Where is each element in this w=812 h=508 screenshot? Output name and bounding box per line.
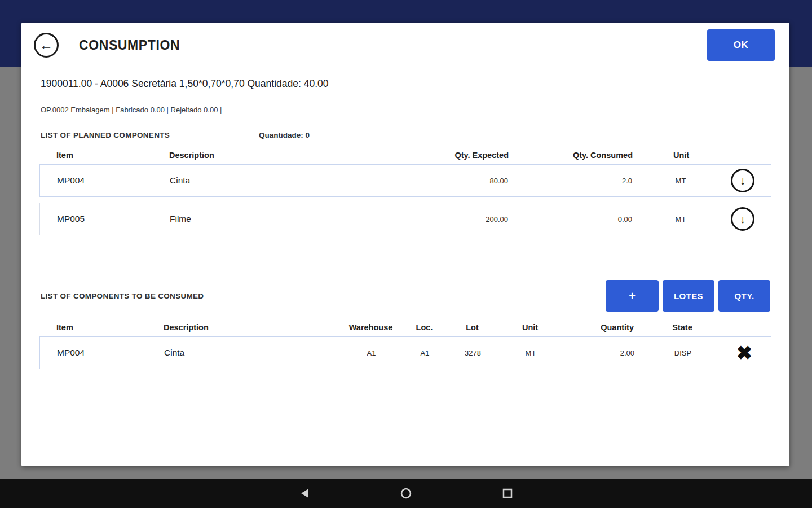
quantity-cell: 2.00 bbox=[562, 349, 649, 357]
planned-section-title: LIST OF PLANNED COMPONENTS bbox=[41, 131, 170, 139]
consume-table: Item Description Warehouse Loc. Lot Unit… bbox=[39, 318, 771, 369]
consume-component-button[interactable]: ↓ bbox=[731, 169, 754, 192]
column-header-item: Item bbox=[39, 151, 152, 160]
planned-table-header: Item Description Qty. Expected Qty. Cons… bbox=[39, 146, 771, 164]
column-header-unit: Unit bbox=[647, 151, 715, 160]
column-header-qty-consumed: Qty. Consumed bbox=[523, 151, 647, 160]
description-cell: Cinta bbox=[147, 348, 339, 358]
qty-expected-cell: 80.00 bbox=[416, 177, 523, 185]
column-header-unit: Unit bbox=[499, 323, 561, 332]
nav-home-icon[interactable] bbox=[398, 485, 414, 501]
column-header-warehouse: Warehouse bbox=[338, 323, 403, 332]
nav-recents-icon[interactable] bbox=[500, 485, 515, 501]
column-header-qty-expected: Qty. Expected bbox=[416, 151, 523, 160]
item-cell: MP004 bbox=[40, 348, 147, 358]
warehouse-cell: A1 bbox=[339, 349, 404, 357]
back-button[interactable]: ← bbox=[34, 33, 59, 58]
qty-consumed-cell: 2.0 bbox=[523, 177, 647, 185]
loc-cell: A1 bbox=[404, 349, 446, 357]
android-navigation-bar bbox=[0, 479, 812, 508]
ok-button[interactable]: OK bbox=[707, 29, 775, 61]
qty-expected-cell: 200.00 bbox=[416, 215, 523, 224]
consume-section-title: LIST OF COMPONENTS TO BE CONSUMED bbox=[41, 292, 204, 300]
column-header-state: State bbox=[648, 323, 716, 332]
consumption-dialog: ← CONSUMPTION OK 1900011.00 - A0006 Secr… bbox=[21, 23, 789, 466]
page-title: CONSUMPTION bbox=[79, 38, 707, 53]
unit-cell: MT bbox=[647, 177, 714, 185]
lotes-button[interactable]: LOTES bbox=[663, 280, 714, 312]
operation-summary: OP.0002 Embalagem | Fabricado 0.00 | Rej… bbox=[41, 106, 770, 114]
unit-cell: MT bbox=[647, 215, 714, 224]
state-cell: DISP bbox=[649, 349, 717, 357]
column-header-item: Item bbox=[39, 323, 147, 332]
remove-row-button[interactable]: ✖ bbox=[736, 343, 753, 362]
consume-component-button[interactable]: ↓ bbox=[731, 207, 754, 231]
column-header-quantity: Quantity bbox=[561, 323, 648, 332]
column-header-description: Description bbox=[147, 323, 338, 332]
consume-row[interactable]: MP004 Cinta A1 A1 3278 MT 2.00 DISP ✖ bbox=[39, 336, 771, 369]
order-summary: 1900011.00 - A0006 Secretária 1,50*0,70*… bbox=[41, 78, 770, 90]
qty-consumed-cell: 0.00 bbox=[523, 215, 647, 224]
description-cell: Filme bbox=[153, 214, 416, 224]
qty-button[interactable]: QTY. bbox=[718, 280, 770, 312]
column-header-lot: Lot bbox=[445, 323, 499, 332]
planned-section-header: LIST OF PLANNED COMPONENTS Quantidade: 0 bbox=[41, 131, 770, 139]
close-icon: ✖ bbox=[736, 342, 753, 364]
quantidade-label: Quantidade: 0 bbox=[259, 131, 310, 139]
dialog-header: ← CONSUMPTION OK bbox=[21, 23, 789, 68]
consume-section-header: LIST OF COMPONENTS TO BE CONSUMED + LOTE… bbox=[41, 280, 770, 312]
item-cell: MP005 bbox=[40, 214, 153, 224]
planned-table: Item Description Qty. Expected Qty. Cons… bbox=[39, 146, 771, 235]
consume-table-header: Item Description Warehouse Loc. Lot Unit… bbox=[39, 318, 771, 336]
column-header-description: Description bbox=[152, 151, 416, 160]
download-arrow-icon: ↓ bbox=[740, 213, 745, 226]
download-arrow-icon: ↓ bbox=[740, 174, 745, 187]
nav-back-icon[interactable] bbox=[297, 485, 312, 501]
lot-cell: 3278 bbox=[446, 349, 500, 357]
consume-actions: + LOTES QTY. bbox=[606, 280, 770, 312]
unit-cell: MT bbox=[500, 349, 562, 357]
planned-row[interactable]: MP004 Cinta 80.00 2.0 MT ↓ bbox=[39, 164, 771, 197]
planned-row[interactable]: MP005 Filme 200.00 0.00 MT ↓ bbox=[39, 203, 771, 235]
back-arrow-icon: ← bbox=[39, 37, 53, 53]
column-header-loc: Loc. bbox=[403, 323, 445, 332]
item-cell: MP004 bbox=[40, 176, 153, 186]
add-component-button[interactable]: + bbox=[606, 280, 659, 312]
description-cell: Cinta bbox=[153, 176, 416, 186]
